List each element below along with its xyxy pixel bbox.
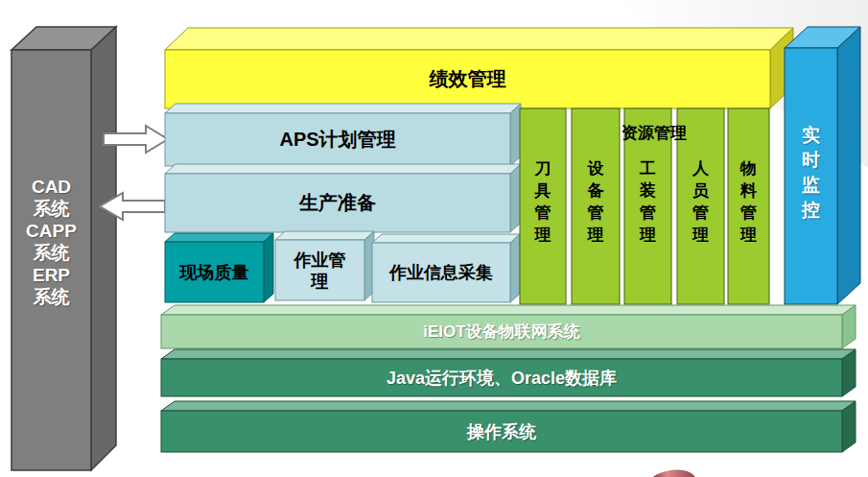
site-quality-box-top [165, 233, 273, 242]
iot-layer-top [161, 305, 856, 315]
external-systems-line: CAD [32, 176, 71, 198]
realtime-bar-side [837, 27, 860, 304]
aps-planning-label: APS计划管理 [165, 113, 510, 166]
performance-bar-top [165, 28, 793, 50]
resource-column-fixture-label: 工装管理 [624, 157, 671, 253]
resource-column-material-text: 物料管理 [739, 157, 759, 246]
job-management-text: 作业管理 [293, 250, 348, 292]
job-info-box-top [372, 234, 520, 243]
os-layer-label: 操作系统 [161, 411, 842, 452]
external-systems-line: 系统 [34, 242, 70, 264]
job-management-label: 作业管理 [275, 240, 364, 300]
production-prep-label: 生产准备 [165, 174, 510, 232]
job-management-box-top [275, 231, 374, 240]
os-layer-side [842, 401, 856, 452]
external-systems-line: ERP [33, 264, 70, 286]
architecture-diagram: CAD 系统 CAPP 系统 ERP 系统 绩效管理 APS计划管理 生产准备 … [0, 0, 868, 477]
external-systems-box-side [91, 27, 116, 470]
resource-column-equipment-text: 设备管理 [586, 157, 605, 246]
site-quality-label: 现场质量 [165, 242, 264, 302]
runtime-layer-top [161, 349, 856, 359]
resource-column-personnel-label: 人员管理 [677, 157, 724, 253]
external-systems-label: CAD 系统 CAPP 系统 ERP 系统 [12, 175, 91, 309]
resource-column-tool-label: 刀具管理 [520, 157, 566, 253]
resource-column-personnel-text: 人员管理 [692, 157, 711, 246]
clipped-object [645, 466, 698, 477]
resource-column-material-label: 物料管理 [728, 157, 769, 253]
external-systems-line: 系统 [34, 286, 70, 308]
site-quality-box-side [264, 233, 273, 302]
performance-label: 绩效管理 [165, 50, 770, 108]
iot-layer-label: iEIOT设备物联网系统 [161, 315, 842, 348]
external-systems-line: CAPP [26, 220, 77, 242]
job-info-label: 作业信息采集 [372, 243, 510, 302]
resource-column-tool-text: 刀具管理 [533, 157, 552, 246]
realtime-monitoring-text: 实时监控 [801, 123, 822, 223]
external-systems-line: 系统 [34, 198, 70, 220]
job-info-box-side [510, 234, 520, 302]
realtime-monitoring-label: 实时监控 [785, 123, 837, 230]
runtime-layer-label: Java运行环境、Oracle数据库 [161, 359, 842, 396]
resource-column-equipment-label: 设备管理 [572, 157, 620, 253]
resource-management-label: 资源管理 [529, 123, 779, 142]
resource-column-fixture-text: 工装管理 [639, 157, 658, 246]
os-layer-top [161, 401, 856, 411]
